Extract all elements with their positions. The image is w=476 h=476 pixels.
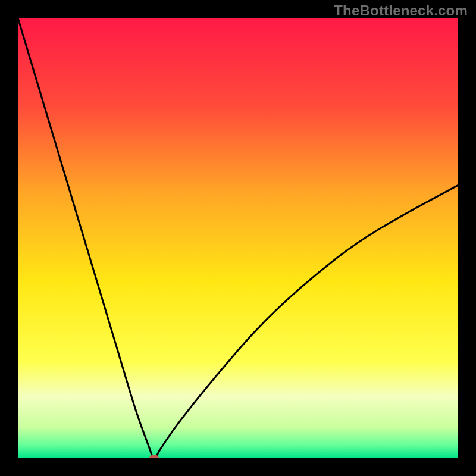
bottleneck-curve (18, 18, 458, 458)
watermark-text: TheBottleneck.com (334, 2, 468, 19)
chart-frame: TheBottleneck.com (0, 0, 476, 476)
optimal-point-marker (149, 455, 159, 458)
plot-area (18, 18, 458, 458)
